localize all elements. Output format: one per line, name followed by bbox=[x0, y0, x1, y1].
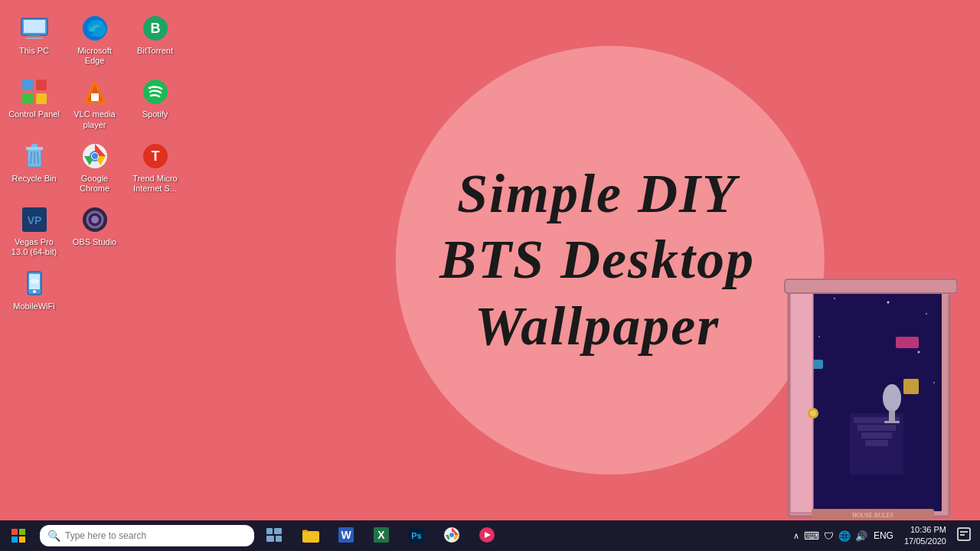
svg-point-31 bbox=[91, 216, 99, 223]
taskbar-date: 17/05/2020 bbox=[904, 536, 946, 547]
icon-this-pc[interactable]: This PC bbox=[5, 9, 63, 60]
taskbar: 🔍 Type here to search W bbox=[0, 520, 980, 551]
icon-mobile-wifi[interactable]: MobileWiFi bbox=[5, 265, 63, 315]
svg-rect-13 bbox=[91, 93, 99, 101]
svg-rect-65 bbox=[11, 536, 18, 543]
taskbar-task-view[interactable] bbox=[257, 520, 291, 551]
svg-text:X: X bbox=[377, 529, 385, 541]
svg-rect-71 bbox=[302, 531, 319, 543]
icon-trend-micro[interactable]: T Trend Micro Internet S... bbox=[126, 137, 184, 197]
desktop-icons-container: This PC Microsoft Edge B bbox=[0, 0, 189, 324]
icon-control-panel[interactable]: Control Panel bbox=[5, 73, 63, 123]
svg-point-47 bbox=[818, 336, 820, 337]
svg-point-34 bbox=[33, 290, 36, 293]
taskbar-security-icon: 🛡 bbox=[824, 530, 834, 542]
svg-rect-67 bbox=[266, 528, 273, 534]
svg-point-54 bbox=[883, 384, 901, 412]
svg-rect-41 bbox=[861, 432, 892, 439]
svg-rect-8 bbox=[36, 80, 47, 90]
svg-rect-9 bbox=[22, 93, 33, 104]
svg-rect-55 bbox=[889, 410, 895, 422]
svg-rect-57 bbox=[790, 287, 813, 513]
svg-rect-42 bbox=[865, 440, 888, 446]
svg-rect-10 bbox=[36, 93, 47, 104]
icon-vegas-pro[interactable]: VP Vegas Pro 13.0 (64-bit) bbox=[5, 201, 63, 261]
icon-bittorrent[interactable]: B BitTorrent bbox=[126, 9, 184, 60]
taskbar-language[interactable]: ENG bbox=[874, 530, 893, 541]
search-placeholder: Type here to search bbox=[65, 530, 146, 541]
taskbar-apps: W X Ps bbox=[294, 520, 504, 551]
taskbar-network-icon: 🌐 bbox=[838, 530, 851, 542]
svg-line-18 bbox=[31, 152, 31, 164]
icon-microsoft-edge[interactable]: Microsoft Edge bbox=[66, 9, 123, 70]
wallpaper-title-text: Simple DIY BTS Desktop Wallpaper bbox=[406, 161, 789, 359]
notification-icon[interactable] bbox=[954, 527, 974, 544]
svg-text:Ps: Ps bbox=[411, 531, 421, 540]
search-icon: 🔍 bbox=[47, 530, 60, 542]
hidden-icons[interactable]: ∧ bbox=[793, 531, 799, 541]
svg-point-50 bbox=[933, 382, 935, 383]
taskbar-app-explorer[interactable] bbox=[294, 520, 328, 551]
svg-rect-70 bbox=[276, 536, 282, 542]
icon-recycle-bin[interactable]: Recycle Bin bbox=[5, 137, 63, 187]
svg-point-60 bbox=[810, 410, 816, 416]
door-illustration: HOUSE RULES bbox=[773, 260, 980, 520]
svg-rect-2 bbox=[29, 35, 40, 37]
svg-text:T: T bbox=[151, 148, 159, 164]
taskbar-time: 10:36 PM bbox=[910, 524, 946, 536]
svg-point-14 bbox=[143, 80, 168, 104]
system-icons: ∧ ⌨ 🛡 🌐 🔊 bbox=[793, 530, 867, 542]
svg-rect-37 bbox=[796, 289, 942, 511]
svg-rect-7 bbox=[22, 80, 33, 90]
start-button[interactable] bbox=[0, 520, 37, 551]
taskbar-volume-icon: 🔊 bbox=[855, 530, 867, 542]
svg-text:HOUSE RULES: HOUSE RULES bbox=[852, 512, 893, 519]
search-bar[interactable]: 🔍 Type here to search bbox=[40, 525, 254, 546]
svg-rect-83 bbox=[958, 528, 970, 540]
svg-text:W: W bbox=[341, 529, 351, 541]
taskbar-app-photoshop[interactable]: Ps bbox=[400, 520, 433, 551]
svg-rect-58 bbox=[785, 279, 957, 293]
svg-line-20 bbox=[38, 152, 38, 164]
taskbar-app-word[interactable]: W bbox=[329, 520, 363, 551]
svg-rect-3 bbox=[26, 37, 43, 39]
taskbar-clock[interactable]: 10:36 PM 17/05/2020 bbox=[904, 524, 946, 548]
svg-rect-56 bbox=[884, 421, 900, 423]
svg-text:VP: VP bbox=[27, 214, 41, 227]
svg-rect-64 bbox=[19, 529, 25, 535]
desktop: Simple DIY BTS Desktop Wallpaper This PC bbox=[0, 0, 980, 520]
icon-obs-studio[interactable]: OBS Studio bbox=[66, 201, 123, 251]
svg-rect-68 bbox=[274, 528, 282, 534]
taskbar-keyboard-icon: ⌨ bbox=[804, 530, 819, 542]
taskbar-app-chrome[interactable] bbox=[435, 520, 469, 551]
icon-spotify[interactable]: Spotify bbox=[126, 73, 184, 123]
svg-rect-1 bbox=[24, 20, 45, 33]
icon-vlc[interactable]: VLC media player bbox=[66, 73, 123, 133]
svg-rect-40 bbox=[858, 425, 896, 431]
svg-rect-17 bbox=[31, 144, 38, 147]
taskbar-app-media[interactable] bbox=[470, 520, 504, 551]
svg-point-24 bbox=[92, 153, 98, 159]
taskbar-app-excel[interactable]: X bbox=[364, 520, 398, 551]
svg-text:B: B bbox=[150, 21, 160, 36]
svg-rect-63 bbox=[11, 529, 18, 535]
wallpaper-title: Simple DIY BTS Desktop Wallpaper bbox=[406, 161, 789, 359]
svg-point-46 bbox=[926, 313, 927, 315]
svg-rect-16 bbox=[26, 147, 43, 150]
icon-google-chrome[interactable]: Google Chrome bbox=[66, 137, 123, 197]
svg-point-45 bbox=[887, 302, 890, 304]
svg-point-80 bbox=[449, 533, 454, 537]
svg-rect-66 bbox=[19, 536, 25, 543]
svg-rect-51 bbox=[896, 337, 919, 348]
taskbar-system-tray: ∧ ⌨ 🛡 🌐 🔊 ENG 10:36 PM 17/05/2020 bbox=[793, 520, 980, 551]
svg-rect-53 bbox=[903, 379, 919, 394]
svg-point-48 bbox=[918, 351, 920, 354]
svg-rect-69 bbox=[266, 536, 274, 542]
svg-point-44 bbox=[834, 298, 835, 299]
